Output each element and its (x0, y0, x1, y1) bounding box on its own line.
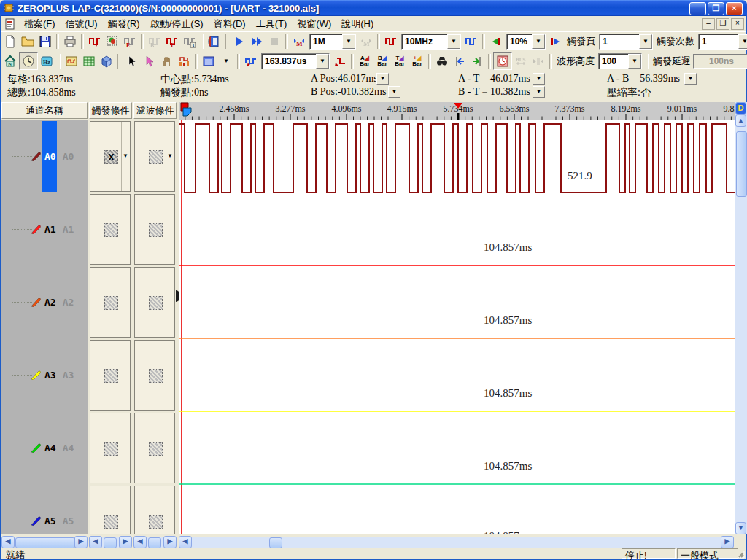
goto-a-bar-button[interactable] (487, 34, 505, 50)
close-button[interactable]: × (726, 2, 743, 15)
scroll-up-button[interactable]: ▲ (735, 114, 746, 127)
trigger-col-hscrollbar[interactable]: ◀ ▶ (89, 536, 132, 548)
hatch-icon[interactable] (104, 369, 118, 383)
channel-row-A0[interactable]: A0 A0 (31, 149, 74, 163)
chevron-down-icon[interactable]: ▼ (447, 34, 460, 49)
timing-mode-button[interactable] (19, 52, 38, 70)
hscroll-thumb[interactable] (269, 537, 282, 548)
trigger-cell-A5[interactable] (90, 486, 131, 534)
hatch-icon[interactable] (104, 223, 118, 237)
sample-depth-combo[interactable]: 1M▼ (309, 34, 356, 50)
sample-rate-combo[interactable]: 10MHz▼ (401, 34, 461, 50)
filter-cell-A3[interactable] (134, 340, 175, 411)
scroll-right-icon[interactable]: ▶ (721, 536, 734, 548)
chevron-down-icon[interactable]: ▼ (639, 34, 652, 49)
bus-edge-setup-button[interactable]: E (121, 34, 139, 50)
mdi-restore-button[interactable]: ❐ (716, 18, 729, 30)
mdi-close-button[interactable]: × (731, 18, 744, 30)
trigger-position-combo[interactable]: 10%▼ (506, 34, 546, 50)
chevron-down-icon[interactable]: ▼ (532, 34, 545, 49)
info-dropdown-icon[interactable]: ▼ (533, 73, 545, 85)
open-file-button[interactable] (19, 34, 36, 50)
info-dropdown-icon[interactable]: ▼ (376, 73, 389, 85)
goto-left-button[interactable] (451, 53, 468, 69)
channel-panel-hscrollbar[interactable]: ◀ ▶ (1, 536, 88, 548)
channel-setup-button[interactable] (104, 34, 121, 50)
repeat-run-button[interactable] (248, 34, 266, 50)
hatch-icon[interactable] (149, 223, 163, 237)
statistics-button[interactable] (175, 53, 193, 69)
scroll-left-icon[interactable]: ◀ (133, 536, 147, 548)
info-dropdown-icon[interactable]: ▼ (388, 86, 400, 98)
trigger-count-combo[interactable]: 1▼ (698, 34, 747, 50)
find-button[interactable] (433, 53, 451, 69)
menu-item-6[interactable]: 視窗(W) (292, 16, 336, 32)
waveform-display[interactable]: 2.458ms3.277ms4.096ms4.915ms5.734ms6.553… (179, 102, 736, 534)
b-bar-button[interactable]: B◢Bar (374, 53, 391, 69)
dontcare-x-icon[interactable]: X (104, 150, 118, 164)
scroll-right-icon[interactable]: ▶ (119, 536, 132, 548)
info-dropdown-icon[interactable]: ▼ (684, 73, 697, 85)
hatch-icon[interactable] (149, 369, 163, 383)
a-bar-button[interactable]: A◢Bar (356, 53, 374, 69)
filter-cell-A0[interactable]: ▼ (134, 121, 175, 192)
default-view-button[interactable]: N (1, 53, 19, 69)
menu-item-5[interactable]: 工具(T) (251, 16, 293, 32)
channel-row-A4[interactable]: A4 A4 (31, 441, 74, 454)
hand-pan-button[interactable] (158, 53, 175, 69)
memory-page-button[interactable] (206, 34, 223, 50)
scroll-left-icon[interactable]: ◀ (179, 536, 192, 548)
trigger-property-button[interactable]: T (181, 34, 198, 50)
pattern-display-button[interactable] (200, 53, 217, 69)
time-division-combo[interactable]: 163.837us▼ (261, 53, 330, 69)
wave-height-combo[interactable]: 100▼ (598, 53, 642, 69)
trigger-cell-A1[interactable] (90, 194, 131, 265)
resize-grip[interactable] (736, 550, 746, 559)
trigger-cell-A2[interactable] (90, 267, 131, 338)
refresh-rate-button[interactable] (493, 52, 512, 70)
navigator-window-button[interactable] (98, 53, 115, 69)
chevron-down-icon[interactable]: ▼ (123, 152, 128, 159)
hatch-icon[interactable] (149, 442, 163, 456)
menu-item-7[interactable]: 說明(H) (336, 16, 379, 32)
wave-mode-button[interactable] (462, 34, 480, 50)
waveform-hscrollbar[interactable]: ◀ ▶ (179, 536, 734, 548)
chevron-down-icon[interactable]: ▼ (316, 54, 329, 69)
hatch-icon[interactable] (149, 515, 163, 529)
channel-row-A3[interactable]: A3 A3 (31, 368, 74, 381)
t-bar-button[interactable]: T◢Bar (391, 53, 409, 69)
menu-item-4[interactable]: 資料(D) (209, 16, 251, 32)
trigger-mark-button[interactable]: T (163, 34, 181, 50)
hatch-icon[interactable] (149, 150, 163, 164)
chevron-down-icon[interactable]: ▼ (628, 54, 641, 69)
channel-row-A1[interactable]: A1 A1 (31, 222, 74, 236)
scroll-down-button[interactable]: ▼ (735, 522, 746, 534)
info-dropdown-icon[interactable]: ▼ (533, 86, 545, 98)
chevron-down-icon[interactable]: ▼ (738, 34, 747, 49)
trigger-cell-A3[interactable] (90, 340, 131, 411)
title-bar[interactable]: ZEROPLUS LAP-C(321000)(S/N:00000000001) … (0, 0, 747, 16)
hscroll-thumb[interactable] (104, 537, 117, 548)
scroll-right-icon[interactable]: ▶ (163, 536, 177, 548)
single-capture-button[interactable]: M (290, 34, 308, 50)
menu-item-2[interactable]: 觸發(R) (103, 16, 145, 32)
chevron-down-icon[interactable]: ▼ (342, 34, 355, 49)
trigger-cell-A4[interactable] (90, 413, 131, 483)
channel-name-panel[interactable]: A0 A0 A1 A1 A2 A2 A3 A3 A4 A4 A5 A5 (1, 120, 88, 534)
hatch-icon[interactable] (104, 515, 118, 529)
listing-window-button[interactable] (80, 53, 98, 69)
waveform-vscrollbar[interactable]: D ▲ ▼ (735, 102, 747, 534)
filter-cell-A4[interactable] (134, 413, 175, 483)
frequency-mode-button[interactable]: Hz (38, 53, 55, 69)
sample-wave-button[interactable] (382, 34, 400, 50)
pattern-drop-button[interactable]: ▼ (217, 53, 235, 69)
new-file-button[interactable] (1, 34, 19, 50)
filter-col-hscrollbar[interactable]: ◀ ▶ (133, 536, 177, 548)
restore-button[interactable]: ❐ (708, 2, 724, 15)
menu-item-3[interactable]: 啟動/停止(S) (145, 16, 209, 32)
zoom-scale-button[interactable] (242, 53, 260, 69)
mdi-minimize-button[interactable]: – (702, 18, 715, 30)
goto-right-button[interactable] (468, 53, 486, 69)
hatch-icon[interactable] (104, 296, 118, 310)
channel-row-A2[interactable]: A2 A2 (31, 295, 74, 308)
